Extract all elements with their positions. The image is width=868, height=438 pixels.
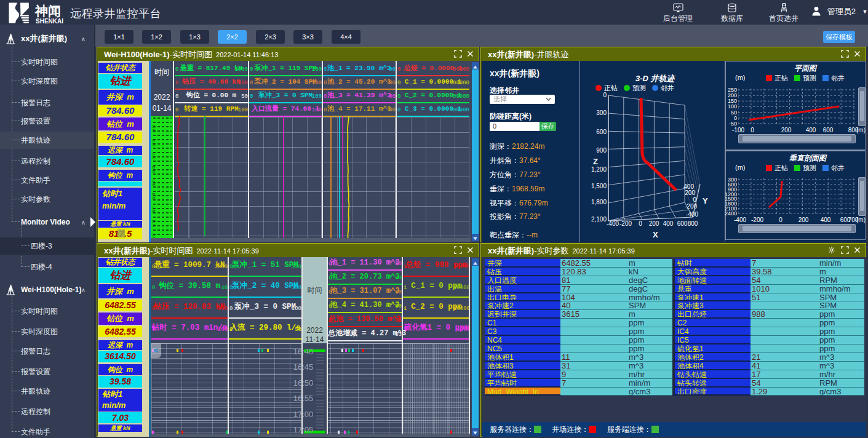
svg-text:200: 200 xyxy=(685,189,695,196)
svg-text:1,800: 1,800 xyxy=(591,199,607,205)
svg-text:400: 400 xyxy=(663,220,674,227)
svg-text:-400: -400 xyxy=(607,220,619,227)
svg-text:2,100: 2,100 xyxy=(591,216,607,223)
svg-text:Y: Y xyxy=(703,196,708,205)
svg-text:0: 0 xyxy=(603,92,607,98)
svg-text:-400: -400 xyxy=(686,211,698,218)
svg-text:神闻: 神闻 xyxy=(34,4,61,18)
svg-text:200: 200 xyxy=(649,220,659,227)
svg-text:600: 600 xyxy=(596,129,607,135)
svg-text:900: 900 xyxy=(596,147,607,154)
svg-text:300: 300 xyxy=(596,110,607,116)
svg-text:1,500: 1,500 xyxy=(591,183,607,189)
svg-text:X: X xyxy=(653,230,658,239)
svg-text:600: 600 xyxy=(677,220,688,227)
svg-text:1,200: 1,200 xyxy=(591,166,607,173)
svg-text:800: 800 xyxy=(688,220,698,227)
svg-text:Z: Z xyxy=(593,157,598,166)
svg-text:SHENKAI: SHENKAI xyxy=(36,18,63,24)
svg-text:-200: -200 xyxy=(685,203,697,210)
svg-text:0: 0 xyxy=(639,220,642,227)
svg-text:0: 0 xyxy=(693,196,696,203)
svg-text:-200: -200 xyxy=(619,220,632,227)
